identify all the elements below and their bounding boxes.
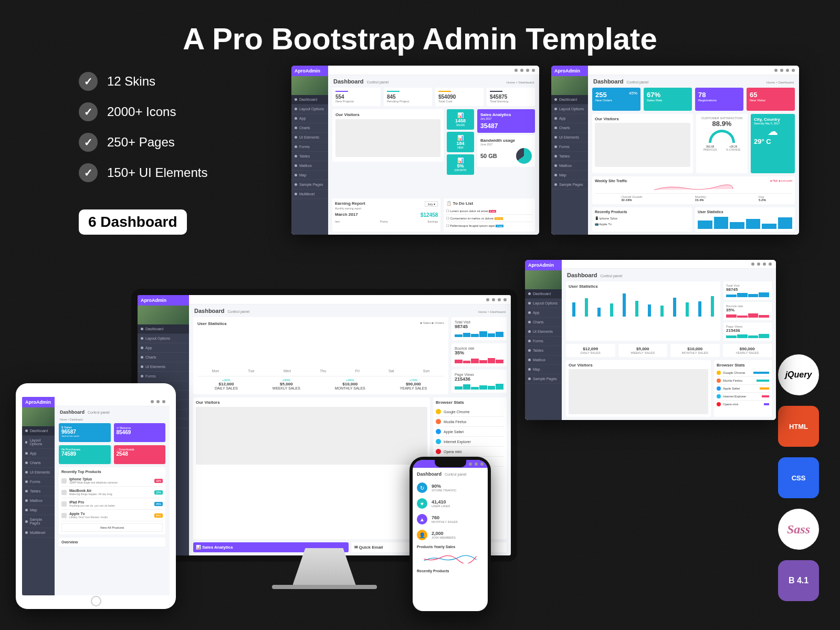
css3-badge: CSS bbox=[778, 457, 819, 498]
nav-item[interactable]: Forms bbox=[138, 372, 189, 381]
nav-item[interactable]: Mailbox bbox=[22, 496, 55, 506]
dashboard-preview-1: AproAdmin Dashboard Layout Options App C… bbox=[291, 66, 539, 235]
ipad-mockup: AproAdmin Dashboard Layout Options App C… bbox=[16, 383, 176, 609]
hero-title: A Pro Bootstrap Admin Template bbox=[0, 0, 840, 72]
tile-visitor: 65New Visitor bbox=[747, 88, 795, 111]
nav-item[interactable]: Layout Options bbox=[22, 436, 55, 449]
nav-dashboard[interactable]: Dashboard bbox=[291, 95, 328, 104]
nav-item[interactable]: UI Elements bbox=[291, 133, 328, 142]
dashboard-preview-5: AproAdmin Dashboard Layout Options App C… bbox=[525, 260, 776, 420]
nav-item[interactable]: App bbox=[291, 114, 328, 123]
traffic-card: Weekly Site Traffic■ High ■ Low point Ov… bbox=[592, 176, 795, 204]
our-visitors: Our Visitors bbox=[193, 397, 430, 539]
nav-item[interactable]: Charts bbox=[22, 458, 55, 468]
nav-item[interactable]: Layout Options bbox=[291, 104, 328, 114]
nav-item[interactable]: Charts bbox=[525, 318, 562, 327]
nav-item[interactable]: UI Elements bbox=[525, 327, 562, 337]
nav-item[interactable]: Charts bbox=[551, 123, 588, 133]
total-visit-card: Total Visit98745 bbox=[452, 317, 507, 340]
returns-tile: ↩ Returns85469 bbox=[114, 423, 166, 442]
nav-item[interactable]: Forms bbox=[525, 337, 562, 346]
nav-item[interactable]: Forms bbox=[22, 477, 55, 487]
check-icon: ✓ bbox=[79, 133, 98, 152]
nav-item[interactable]: Map bbox=[525, 365, 562, 374]
user-panel bbox=[551, 76, 588, 95]
firefox-icon bbox=[436, 419, 441, 424]
nav-item[interactable]: Mailbox bbox=[551, 161, 588, 171]
avatar-icon[interactable] bbox=[514, 69, 518, 72]
nav-item[interactable]: App bbox=[22, 449, 55, 458]
nav-item[interactable]: App bbox=[551, 114, 588, 123]
html5-badge: HTML bbox=[778, 406, 819, 447]
stat-card: 554New Projects bbox=[332, 88, 381, 106]
our-visitors: Our Visitors bbox=[566, 360, 711, 417]
nav-item[interactable]: Tables bbox=[291, 152, 328, 161]
bar-chart bbox=[197, 326, 444, 367]
nav-item[interactable]: Mailbox bbox=[525, 355, 562, 365]
nav-dashboard[interactable]: Dashboard bbox=[525, 289, 562, 299]
tables-icon bbox=[295, 155, 297, 158]
bell-icon[interactable] bbox=[520, 69, 523, 72]
nav-item[interactable]: Sample Pages bbox=[525, 374, 562, 384]
nav-item[interactable]: Forms bbox=[291, 142, 328, 152]
nav-item[interactable]: Layout Options bbox=[551, 104, 588, 114]
nav-item[interactable]: Layout Options bbox=[138, 334, 189, 343]
nav-item[interactable]: Tables bbox=[551, 152, 588, 161]
stat-row: ↻90%STORE TRAFFIC bbox=[413, 480, 488, 496]
app-icon bbox=[295, 117, 297, 120]
nav-item[interactable]: UI Elements bbox=[138, 362, 189, 372]
gear-icon[interactable] bbox=[526, 69, 529, 72]
sales-analytics-card: Sales AnalyticsJuly 201735487 bbox=[477, 109, 535, 133]
dashboard-preview-2: AproAdmin Dashboard Layout Options App C… bbox=[551, 66, 799, 235]
earning-report: Earning ReportJuly ▾ Monthly earning rep… bbox=[332, 198, 440, 232]
nav-item[interactable]: App bbox=[138, 343, 189, 353]
stat-row: ▲760MONTHLY SALES bbox=[413, 511, 488, 527]
nav-item[interactable]: Sample Pages bbox=[291, 180, 328, 190]
nav-item[interactable]: Tables bbox=[22, 487, 55, 496]
ui-icon bbox=[295, 136, 297, 139]
nav-item[interactable]: Map bbox=[291, 171, 328, 180]
downloads-tile: ↓ Downloads2548 bbox=[114, 445, 166, 464]
nav-item[interactable]: Layout Options bbox=[525, 299, 562, 308]
tech-badges: jQuery HTML CSS Sass B 4.1 bbox=[778, 354, 819, 601]
nav-item[interactable]: Multilevel bbox=[291, 190, 328, 199]
tile-reg: 78Registrations bbox=[695, 88, 743, 111]
nav-item[interactable]: Multilevel bbox=[22, 528, 55, 538]
nav-dashboard[interactable]: Dashboard bbox=[138, 324, 189, 334]
nav-item[interactable]: Sample Pages bbox=[551, 180, 588, 190]
nav-item[interactable]: Forms bbox=[551, 142, 588, 152]
nav-item[interactable]: Tables bbox=[525, 346, 562, 355]
expand-icon[interactable] bbox=[532, 69, 535, 72]
nav-item[interactable]: Map bbox=[551, 171, 588, 180]
brand: AproAdmin bbox=[291, 66, 328, 76]
sass-badge: Sass bbox=[778, 509, 819, 550]
nav-item[interactable]: Mailbox bbox=[291, 161, 328, 171]
traffic-icon: ↻ bbox=[417, 482, 427, 493]
nav-dashboard[interactable]: Dashboard bbox=[22, 426, 55, 436]
nav-item[interactable]: UI Elements bbox=[22, 468, 55, 477]
nav-item[interactable]: Charts bbox=[291, 123, 328, 133]
overview-card: Overview bbox=[59, 538, 165, 547]
product-row: MacBook AirMake big things happen. All d… bbox=[61, 487, 163, 498]
stat-row: ♥41,410USER LIKES bbox=[413, 496, 488, 511]
members-icon: 👤 bbox=[417, 530, 427, 540]
check-icon: ✓ bbox=[79, 102, 98, 121]
recently-products-title: Recently Products bbox=[413, 566, 488, 576]
sales-stat: $90,000YEARLY SALES bbox=[723, 344, 772, 357]
nav-item[interactable]: Sample Pages bbox=[22, 515, 55, 528]
brand: AproAdmin bbox=[551, 66, 588, 76]
nav-dashboard[interactable]: Dashboard bbox=[551, 95, 588, 104]
nav-item[interactable]: Map bbox=[22, 506, 55, 515]
nav-item[interactable]: UI Elements bbox=[551, 133, 588, 142]
user-panel bbox=[22, 407, 55, 426]
teal-stat: 📊184NEW bbox=[447, 132, 474, 152]
tile-sales: 67%Sales Rate bbox=[644, 88, 692, 111]
nav-item[interactable]: App bbox=[525, 308, 562, 318]
view-all-button[interactable]: View All Products bbox=[61, 523, 163, 532]
nav-item[interactable]: Charts bbox=[138, 353, 189, 362]
gauge-icon bbox=[709, 130, 735, 143]
jquery-badge: jQuery bbox=[778, 354, 819, 395]
world-map bbox=[335, 119, 440, 157]
dashboard-icon bbox=[295, 98, 297, 101]
user-stats-chart: User Statistics bbox=[566, 281, 720, 341]
